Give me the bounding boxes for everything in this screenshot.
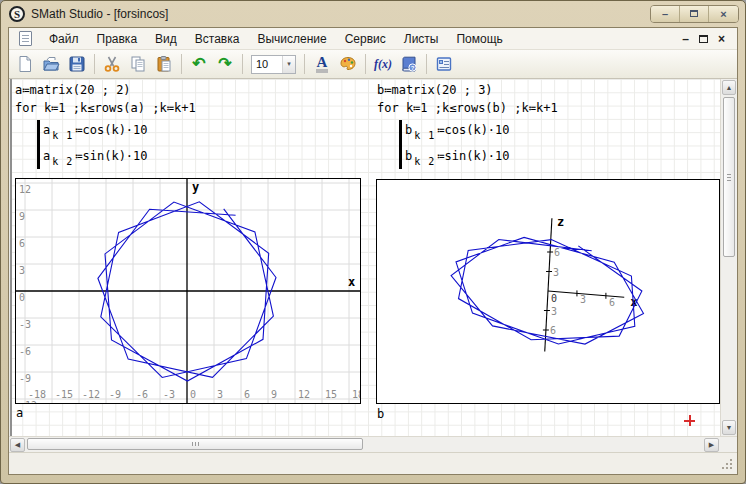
svg-text:x: x: [348, 275, 355, 289]
worksheet-canvas[interactable]: a≔matrix(20 ; 2) for k≔1 ;k≤rows(a) ;k≔k…: [9, 79, 720, 436]
code-line[interactable]: ak 2≔sin(k)·10: [43, 145, 196, 171]
svg-text:9: 9: [19, 211, 25, 222]
mdi-close-icon[interactable]: ×: [718, 34, 725, 44]
svg-text:6: 6: [550, 325, 556, 336]
resize-grip-icon[interactable]: [726, 463, 728, 465]
plot-a[interactable]: -18-15-12-9-6-30369121518-12-9-6-3036912…: [15, 178, 361, 404]
code-line[interactable]: for k≔1 ;k≤rows(a) ;k≔k+1: [15, 99, 196, 117]
scroll-down-button[interactable]: ▼: [722, 420, 736, 435]
arrow-up-icon: ▲: [726, 84, 733, 91]
menu-sheets[interactable]: Листы: [395, 30, 448, 48]
page-edge: [10, 79, 12, 436]
insertion-cursor-cross[interactable]: [684, 415, 695, 426]
restore-icon: [690, 10, 698, 17]
paste-button[interactable]: [152, 52, 176, 76]
svg-text:-3: -3: [163, 389, 175, 400]
svg-text:3: 3: [580, 294, 586, 305]
svg-text:-6: -6: [19, 346, 31, 357]
redo-button[interactable]: ↷: [213, 52, 237, 76]
svg-text:6: 6: [554, 247, 560, 258]
scroll-right-button[interactable]: ▶: [704, 438, 719, 452]
font-size-combo[interactable]: 10 ▾: [251, 55, 296, 74]
horizontal-scroll-thumb[interactable]: [27, 438, 363, 450]
arrow-right-icon: ▶: [709, 441, 714, 449]
open-folder-icon: [42, 55, 60, 73]
window-title: SMath Studio - [forsincos]: [31, 7, 650, 21]
insert-function-button[interactable]: f(x): [371, 52, 395, 76]
svg-text:12: 12: [298, 389, 310, 400]
svg-text:6: 6: [609, 297, 615, 308]
svg-text:y: y: [192, 180, 199, 194]
minimize-icon: –: [662, 8, 668, 20]
expression: ≔cos(k)·10: [437, 123, 509, 137]
scroll-up-button[interactable]: ▲: [722, 80, 736, 95]
horizontal-scrollbar[interactable]: ◀ ▶: [9, 437, 720, 452]
plot-b-svg: z3636360x: [377, 180, 719, 403]
combo-dropdown-icon[interactable]: ▾: [282, 56, 295, 73]
font-color-icon: A: [316, 56, 329, 73]
code-line[interactable]: a≔matrix(20 ; 2): [15, 81, 196, 99]
copy-icon: [129, 55, 147, 73]
font-size-value[interactable]: 10: [252, 58, 282, 70]
save-button[interactable]: [65, 52, 89, 76]
paste-clipboard-icon: [155, 55, 173, 73]
svg-text:12: 12: [19, 184, 31, 195]
var-subscript: k 1: [50, 130, 75, 141]
code-block-a[interactable]: a≔matrix(20 ; 2) for k≔1 ;k≤rows(a) ;k≔k…: [15, 81, 196, 171]
menu-view[interactable]: Вид: [146, 30, 186, 48]
menu-file[interactable]: Файл: [40, 30, 88, 48]
vertical-scrollbar[interactable]: ▲ ▼: [720, 79, 737, 436]
menu-calculation[interactable]: Вычисление: [248, 30, 335, 48]
copy-button[interactable]: [126, 52, 150, 76]
app-window: S SMath Studio - [forsincos] – × Файл Пр…: [0, 0, 746, 484]
plot-a-label: a: [16, 406, 23, 420]
window-controls: – ×: [650, 5, 739, 23]
statusbar: [9, 452, 737, 474]
svg-text:-15: -15: [55, 389, 73, 400]
titlebar[interactable]: S SMath Studio - [forsincos] – ×: [1, 1, 745, 26]
for-loop-body: ak 1≔cos(k)·10 ak 2≔sin(k)·10: [29, 119, 196, 171]
plot-b[interactable]: z3636360x: [376, 179, 720, 404]
toolbar-separator: [181, 54, 182, 74]
restore-button[interactable]: [680, 6, 709, 22]
undo-button[interactable]: ↶: [187, 52, 211, 76]
mdi-minimize-icon[interactable]: –: [682, 34, 689, 44]
close-button[interactable]: ×: [709, 6, 738, 22]
menu-insert[interactable]: Вставка: [186, 30, 249, 48]
svg-text:3: 3: [551, 306, 557, 317]
svg-text:z: z: [557, 215, 564, 229]
expression: ≔sin(k)·10: [437, 149, 509, 163]
code-block-b[interactable]: b≔matrix(20 ; 3) for k≔1 ;k≤rows(b) ;k≔k…: [377, 81, 558, 171]
menu-help[interactable]: Помощь: [447, 30, 511, 48]
menu-edit[interactable]: Правка: [88, 30, 147, 48]
reference-book-button[interactable]: ?: [397, 52, 421, 76]
toolbar-separator: [242, 54, 243, 74]
document-icon[interactable]: [19, 31, 32, 46]
palette-button[interactable]: [336, 52, 360, 76]
expression: ≔cos(k)·10: [75, 123, 147, 137]
code-line[interactable]: for k≔1 ;k≤rows(b) ;k≔k+1: [377, 99, 558, 117]
code-line[interactable]: ak 1≔cos(k)·10: [43, 119, 196, 145]
minimize-button[interactable]: –: [651, 6, 680, 22]
menu-service[interactable]: Сервис: [336, 30, 395, 48]
font-color-button[interactable]: A: [310, 52, 334, 76]
svg-text:-6: -6: [136, 389, 148, 400]
thumb-grip: [727, 177, 731, 178]
toolbar: ↶ ↷ 10 ▾ A f(x) ?: [9, 50, 737, 79]
code-line[interactable]: b≔matrix(20 ; 3): [377, 81, 558, 99]
code-line[interactable]: bk 2≔sin(k)·10: [405, 145, 558, 171]
options-button[interactable]: [432, 52, 456, 76]
scroll-left-button[interactable]: ◀: [10, 438, 25, 452]
vertical-scroll-thumb[interactable]: [723, 97, 735, 257]
new-button[interactable]: [13, 52, 37, 76]
var-subscript: k 2: [50, 156, 75, 167]
mdi-restore-icon[interactable]: [699, 35, 708, 43]
cut-button[interactable]: [100, 52, 124, 76]
menubar: Файл Правка Вид Вставка Вычисление Серви…: [9, 28, 737, 50]
code-line[interactable]: bk 1≔cos(k)·10: [405, 119, 558, 145]
svg-text:6: 6: [244, 389, 250, 400]
open-button[interactable]: [39, 52, 63, 76]
palette-icon: [339, 55, 357, 73]
plot-a-svg: -18-15-12-9-6-30369121518-12-9-6-3036912…: [16, 179, 360, 403]
save-icon: [68, 55, 86, 73]
